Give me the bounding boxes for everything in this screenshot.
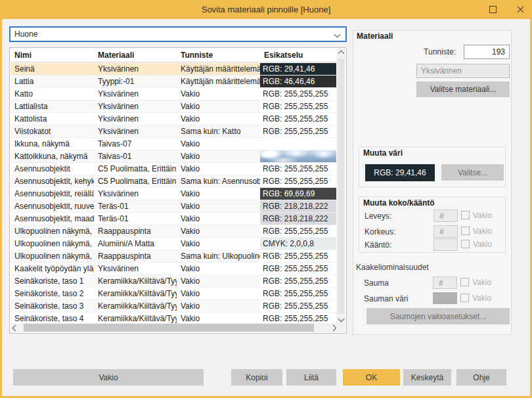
valitse-materiaali-button[interactable]: Valitse materiaali... xyxy=(416,81,510,97)
table-row[interactable]: Ikkuna, näkymäTaivas-07Vakio xyxy=(11,138,338,150)
sauma-vakio-checkbox xyxy=(460,278,469,286)
cell-tunniste: Vakio xyxy=(177,213,260,225)
table-row[interactable]: LattiaTyyppi:-01Käyttäjän määrittelemäRG… xyxy=(11,76,338,88)
cell-tunniste: Vakio xyxy=(177,113,260,125)
cell-tunniste: Sama kuin: Katto xyxy=(177,125,260,137)
table-row[interactable]: Ulkopuolinen näkymä, ikkAlumiini/A Matta… xyxy=(11,238,338,250)
cell-tunniste: Vakio xyxy=(177,238,260,250)
sauman-vari-swatch xyxy=(433,292,457,304)
cell-tunniste: Vakio xyxy=(177,150,260,162)
cell-nimi: Asennusobjektit, ruuveillä xyxy=(11,200,94,212)
horizontal-scrollbar-thumb[interactable] xyxy=(24,324,314,332)
vakio-button[interactable]: Vakio xyxy=(13,369,204,386)
cell-esikatselu: CMYK: 2,0,0,8 xyxy=(260,238,338,250)
table-row[interactable]: Seinäkoriste, taso 2Keramiikka/Kiiltävä/… xyxy=(11,288,338,300)
room-combobox[interactable]: Huone xyxy=(9,26,347,42)
liita-button[interactable]: Liitä xyxy=(286,369,336,386)
keskeyta-button[interactable]: Keskeytä xyxy=(403,369,451,386)
column-header-nimi[interactable]: Nimi xyxy=(11,49,94,62)
cell-tunniste: Vakio xyxy=(177,100,260,112)
sauman-vari-row: Sauman väri Vakio xyxy=(364,292,510,305)
cell-esikatselu: RGB: 218,218,222 xyxy=(260,213,338,225)
combobox-value: Huone xyxy=(14,30,37,39)
sauma-row: Sauma # Vakio xyxy=(364,276,510,290)
ohje-button[interactable]: Ohje xyxy=(456,369,506,386)
cell-esikatselu: RGB: 255,255,255 xyxy=(260,225,338,237)
cell-tunniste: Vakio xyxy=(177,88,260,100)
cell-esikatselu xyxy=(260,138,338,150)
cell-tunniste: Käyttäjän määrittelemä xyxy=(177,63,260,75)
table-row[interactable]: Ulkopuolinen näkymä, yläRaappauspintaSam… xyxy=(11,250,338,263)
cell-materiaali: Taivas-07 xyxy=(94,138,177,150)
scroll-left-button[interactable] xyxy=(11,323,20,332)
leveys-label: Leveys: xyxy=(365,211,391,221)
sky-preview-image xyxy=(260,150,338,162)
column-header-tunniste[interactable]: Tunniste xyxy=(177,49,260,62)
cell-nimi: Kattolista xyxy=(11,113,94,125)
table-row[interactable]: Kattoikkuna, näkymäTaivas-01Vakio xyxy=(11,150,338,163)
saumojen-vakioasetukset-button[interactable]: Saumojen vakioasetukset... xyxy=(366,308,510,324)
cell-materiaali: Alumiini/A Matta xyxy=(94,238,177,250)
tunniste-label: Tunniste: xyxy=(424,47,456,56)
vertical-scrollbar[interactable] xyxy=(336,49,345,323)
column-header-materiaali[interactable]: Materiaali xyxy=(94,49,177,62)
table-row[interactable]: Seinäkoriste, taso 3Keramiikka/Kiiltävä/… xyxy=(11,300,338,313)
table-row[interactable]: KattoYksivärinenVakioRGB: 255,255,255 xyxy=(11,88,338,100)
cell-nimi: Kattoikkuna, näkymä xyxy=(11,150,94,162)
cell-tunniste: Vakio xyxy=(177,275,260,287)
cell-esikatselu: RGB: 69,69,69 xyxy=(260,188,338,200)
horizontal-scrollbar[interactable] xyxy=(11,323,338,332)
chevron-up-icon xyxy=(338,50,344,56)
cell-nimi: Asennusobjektit, kehykse xyxy=(11,175,94,187)
table-row[interactable]: Ulkopuolinen näkymä, sivRaappauspintaVak… xyxy=(11,225,338,238)
cell-esikatselu: RGB: 255,255,255 xyxy=(260,113,338,125)
table-row[interactable]: Asennusobjektit, reiälläYksivärinenVakio… xyxy=(11,188,338,200)
cell-materiaali: Yksivärinen xyxy=(94,113,177,125)
table-row[interactable]: LattialistaYksivärinenVakioRGB: 255,255,… xyxy=(11,100,338,113)
table-row[interactable]: Asennusobjektit, kehykseC5 Puolimatta, E… xyxy=(11,175,338,188)
tunniste-input[interactable]: 193 xyxy=(464,45,510,59)
close-button[interactable] xyxy=(514,3,527,16)
scroll-up-button[interactable] xyxy=(336,49,345,58)
scrollbar-corner xyxy=(336,323,345,332)
cell-materiaali: Taivas-01 xyxy=(94,150,177,162)
cell-esikatselu: RGB: 255,255,255 xyxy=(260,250,338,262)
column-header-esikatselu[interactable]: Esikatselu xyxy=(260,49,336,62)
dialog-content: Huone Nimi Materiaali Tunniste Esikatsel… xyxy=(2,19,530,396)
chevron-down-icon xyxy=(334,32,341,38)
muuta-koko-group: Muuta koko/kääntö Leveys: # Vakio Korkeu… xyxy=(359,196,506,253)
kaanto-label: Kääntö: xyxy=(365,240,391,250)
close-icon xyxy=(516,5,525,14)
korkeus-vakio-label: Vakio xyxy=(473,227,492,236)
table-row[interactable]: Asennusobjektit, maadoitTeräs-01VakioRGB… xyxy=(11,213,338,225)
leveys-row: Leveys: # Vakio xyxy=(359,210,505,223)
vertical-scrollbar-thumb[interactable] xyxy=(338,58,344,313)
chevron-down-icon xyxy=(338,315,344,322)
table-row[interactable]: KattolistaYksivärinenVakioRGB: 255,255,2… xyxy=(11,113,338,125)
valitse-color-button[interactable]: Valitse... xyxy=(441,164,504,181)
cell-nimi: Asennusobjektit, maadoit xyxy=(11,213,94,225)
cell-esikatselu: RGB: 255,255,255 xyxy=(260,100,338,112)
materiaali-panel: Materiaali Tunniste: 193 Yksivärinen Val… xyxy=(353,30,512,335)
scroll-down-button[interactable] xyxy=(336,314,345,323)
cell-esikatselu: RGB: 255,255,255 xyxy=(260,275,338,287)
table-row[interactable]: Kaakelit työpöydän yläpuYksivärinenVakio… xyxy=(11,263,338,275)
table-row[interactable]: Asennusobjektit, ruuveilläTeräs-01VakioR… xyxy=(11,200,338,213)
korkeus-vakio-checkbox xyxy=(461,227,470,235)
table-row[interactable]: ViistokatotYksivärinenSama kuin: KattoRG… xyxy=(11,125,338,138)
table-row[interactable]: AsennusobjektitC5 Puolimatta, Erittäin p… xyxy=(11,163,338,175)
surfaces-table: Nimi Materiaali Tunniste Esikatselu Sein… xyxy=(9,47,347,334)
ok-button[interactable]: OK xyxy=(343,369,400,386)
cell-materiaali: Raappauspinta xyxy=(94,225,177,237)
sauman-vari-vakio-label: Vakio xyxy=(472,294,491,303)
cell-tunniste: Vakio xyxy=(177,188,260,200)
maximize-button[interactable] xyxy=(486,3,499,16)
cell-materiaali: Yksivärinen xyxy=(94,188,177,200)
cell-esikatselu: RGB: 255,255,255 xyxy=(260,163,338,175)
table-row[interactable]: Seinäkoriste, taso 1Keramiikka/Kiiltävä/… xyxy=(11,275,338,288)
cell-esikatselu: RGB: 255,255,255 xyxy=(260,288,338,299)
cell-nimi: Ulkopuolinen näkymä, siv xyxy=(11,225,94,237)
kopioi-button[interactable]: Kopioi xyxy=(231,369,282,386)
cell-nimi: Seinäkoriste, taso 3 xyxy=(11,300,94,312)
table-row[interactable]: SeinäYksivärinenKäyttäjän määrittelemäRG… xyxy=(11,63,338,76)
